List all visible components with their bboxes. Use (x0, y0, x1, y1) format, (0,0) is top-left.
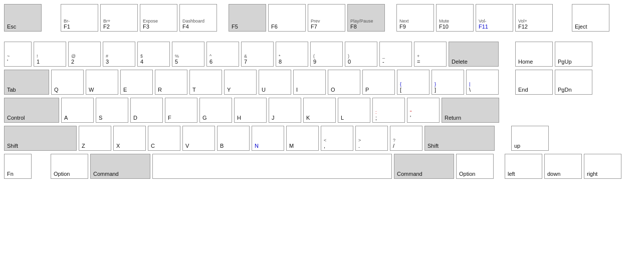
key-1-bottom: 1 (37, 59, 63, 65)
z-key[interactable]: Z (79, 126, 111, 151)
f9-label: F9 (399, 24, 431, 30)
c-key[interactable]: C (148, 126, 180, 151)
shift-left-label: Shift (7, 143, 74, 149)
f9-key[interactable]: Next F9 (396, 4, 434, 32)
space-key[interactable] (152, 154, 392, 179)
lbracket-bottom: [ (400, 87, 426, 93)
lbracket-key[interactable]: { [ (397, 70, 430, 95)
f6-key[interactable]: F6 (268, 4, 306, 32)
rbracket-key[interactable]: } ] (432, 70, 464, 95)
option-left-key[interactable]: Option (51, 154, 88, 179)
f1-label: F1 (64, 24, 95, 30)
y-label: Y (227, 87, 254, 93)
key-8[interactable]: * 8 (276, 42, 308, 67)
down-key[interactable]: down (544, 154, 582, 179)
esc-key[interactable]: Esc (4, 4, 42, 32)
key-2[interactable]: @ 2 (68, 42, 101, 67)
h-label: H (237, 115, 264, 121)
u-key[interactable]: U (259, 70, 291, 95)
v-key[interactable]: V (182, 126, 215, 151)
f-key[interactable]: F (165, 98, 197, 123)
slash-key[interactable]: ? / (390, 126, 422, 151)
y-key[interactable]: Y (224, 70, 257, 95)
option-right-key[interactable]: Option (456, 154, 494, 179)
return-key[interactable]: Return (442, 98, 499, 123)
tab-key[interactable]: Tab (4, 70, 49, 95)
j-key[interactable]: J (269, 98, 301, 123)
b-key[interactable]: B (217, 126, 250, 151)
f10-key[interactable]: Mute F10 (436, 4, 474, 32)
a-key[interactable]: A (61, 98, 94, 123)
w-key[interactable]: W (86, 70, 118, 95)
control-key[interactable]: Control (4, 98, 59, 123)
key-9[interactable]: ( 9 (310, 42, 343, 67)
key-7[interactable]: & 7 (241, 42, 274, 67)
key-0[interactable]: ) 0 (345, 42, 377, 67)
delete-key[interactable]: Delete (449, 42, 499, 67)
d-label: D (133, 115, 160, 121)
semicolon-key[interactable]: : ; (372, 98, 405, 123)
left-key[interactable]: left (505, 154, 542, 179)
k-key[interactable]: K (303, 98, 336, 123)
s-key[interactable]: S (96, 98, 128, 123)
key-3[interactable]: # 3 (103, 42, 135, 67)
f4-label: F4 (182, 24, 214, 30)
tilde-key[interactable]: ~ ' (4, 42, 32, 67)
eject-label: Eject (575, 24, 606, 30)
e-key[interactable]: E (120, 70, 153, 95)
quote-key[interactable]: " ' (407, 98, 440, 123)
x-key[interactable]: X (113, 126, 146, 151)
home-key[interactable]: Home (515, 42, 553, 67)
h-key[interactable]: H (234, 98, 267, 123)
key-1[interactable]: ! 1 (34, 42, 66, 67)
f10-top: Mute (439, 19, 449, 24)
key-0-bottom: 0 (348, 59, 374, 65)
up-key[interactable]: up (511, 126, 549, 151)
f12-key[interactable]: Vol+ F12 (515, 4, 553, 32)
comma-key[interactable]: < , (321, 126, 353, 151)
period-key[interactable]: > . (355, 126, 388, 151)
d-key[interactable]: D (130, 98, 163, 123)
fn-key[interactable]: Fn (4, 154, 32, 179)
r-key[interactable]: R (155, 70, 187, 95)
o-key[interactable]: O (328, 70, 360, 95)
equals-key[interactable]: + = (414, 42, 447, 67)
shift-right-key[interactable]: Shift (424, 126, 495, 151)
f1-key[interactable]: Br- F1 (61, 4, 98, 32)
f3-key[interactable]: Expose F3 (140, 4, 177, 32)
zxcv-row: Shift Z X C V B N M < , > . ? / Shift up (4, 126, 640, 151)
pgup-key[interactable]: PgUp (555, 42, 592, 67)
f4-key[interactable]: Dashboard F4 (179, 4, 217, 32)
f7-key[interactable]: Prev F7 (308, 4, 345, 32)
key-4-top: $ (140, 54, 143, 59)
minus-key[interactable]: _ - (379, 42, 412, 67)
pgdn-key[interactable]: PgDn (555, 70, 592, 95)
f11-key[interactable]: Vol- F11 (476, 4, 513, 32)
r-label: R (158, 87, 184, 93)
command-right-key[interactable]: Command (394, 154, 454, 179)
n-key[interactable]: N (252, 126, 284, 151)
t-key[interactable]: T (189, 70, 222, 95)
shift-left-key[interactable]: Shift (4, 126, 77, 151)
i-key[interactable]: I (293, 70, 326, 95)
quote-top: " (410, 110, 411, 115)
key-6[interactable]: ^ 6 (206, 42, 239, 67)
equals-top: + (417, 54, 419, 59)
option-left-label: Option (54, 171, 85, 177)
command-left-key[interactable]: Command (90, 154, 150, 179)
backslash-key[interactable]: | \ (466, 70, 499, 95)
f8-key[interactable]: Play/Pause F8 (347, 4, 385, 32)
eject-key[interactable]: Eject (572, 4, 609, 32)
g-key[interactable]: G (199, 98, 232, 123)
f2-key[interactable]: Br+ F2 (100, 4, 138, 32)
l-key[interactable]: L (338, 98, 370, 123)
key-4[interactable]: $ 4 (137, 42, 170, 67)
p-key[interactable]: P (362, 70, 395, 95)
q-key[interactable]: Q (51, 70, 84, 95)
right-key[interactable]: right (584, 154, 621, 179)
function-key-row: Esc Br- F1 Br+ F2 Expose F3 Dashboard F4… (4, 4, 640, 32)
end-key[interactable]: End (515, 70, 553, 95)
f5-key[interactable]: F5 (229, 4, 266, 32)
key-5[interactable]: % 5 (172, 42, 204, 67)
m-key[interactable]: M (286, 126, 319, 151)
